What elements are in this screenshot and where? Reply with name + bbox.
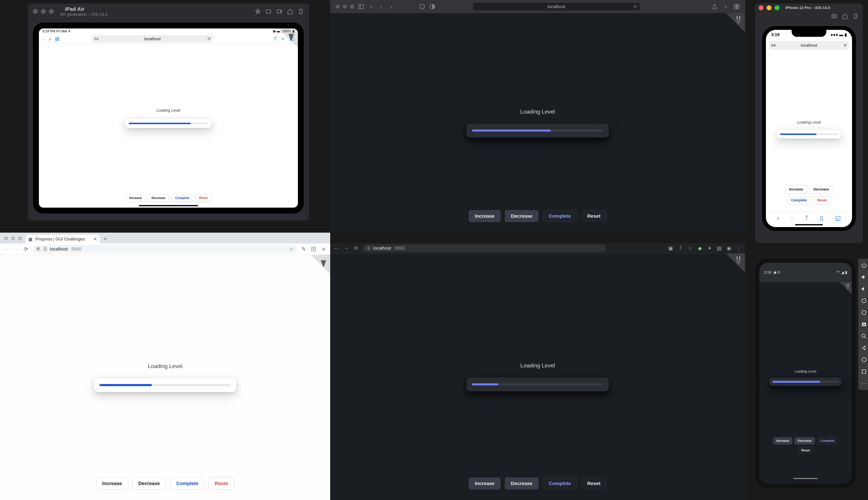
close-tab-icon[interactable]: ✕ bbox=[93, 237, 97, 241]
forward-button[interactable]: → bbox=[343, 245, 349, 251]
info-icon[interactable]: 🛈 bbox=[366, 246, 371, 251]
info-icon[interactable]: 🛈 bbox=[43, 246, 48, 252]
rotate-left-icon[interactable] bbox=[861, 298, 867, 304]
rotate-right-icon[interactable] bbox=[861, 309, 867, 316]
close-window-button[interactable] bbox=[758, 5, 764, 10]
camera-icon[interactable] bbox=[861, 321, 867, 327]
reset-button[interactable]: Reset bbox=[581, 210, 607, 222]
reset-button[interactable]: Reset bbox=[195, 194, 211, 202]
shield-icon[interactable] bbox=[419, 3, 425, 10]
record-icon[interactable] bbox=[276, 9, 282, 14]
cast-icon[interactable]: ▣ bbox=[668, 245, 674, 251]
refresh-button[interactable]: ⟳ bbox=[353, 245, 359, 251]
url-bar[interactable]: ⛨ 🛈 localhost:3000 ☆ bbox=[33, 245, 297, 253]
menu-icon[interactable]: ⋮ bbox=[736, 245, 742, 251]
volume-up-icon[interactable] bbox=[861, 274, 867, 280]
chevron-down-icon[interactable]: ▾ bbox=[368, 3, 374, 10]
tabs-icon[interactable]: ◱ bbox=[835, 215, 841, 221]
pin-icon[interactable] bbox=[255, 9, 261, 14]
increase-button[interactable]: Increase bbox=[96, 477, 128, 490]
home-icon[interactable] bbox=[861, 356, 867, 363]
increase-button[interactable]: Increase bbox=[126, 194, 146, 202]
minimize-window-button[interactable] bbox=[767, 5, 772, 10]
refresh-button[interactable]: ⟳ bbox=[23, 246, 29, 252]
maximize-window-button[interactable] bbox=[18, 237, 22, 240]
back-icon[interactable] bbox=[861, 345, 867, 351]
new-tab-icon[interactable]: + bbox=[722, 3, 729, 10]
close-window-button[interactable] bbox=[33, 9, 38, 14]
maximize-window-button[interactable] bbox=[350, 4, 354, 9]
decrease-button[interactable]: Decrease bbox=[505, 477, 539, 490]
devtools-flag[interactable]: 🔌 bbox=[726, 13, 745, 32]
reset-button[interactable]: Reset bbox=[798, 447, 813, 454]
url-bar[interactable]: localhost ⟳ bbox=[473, 3, 640, 10]
complete-button[interactable]: Complete bbox=[817, 437, 838, 445]
complete-button[interactable]: Complete bbox=[787, 196, 811, 205]
shield-icon[interactable]: ⛨ bbox=[36, 246, 41, 252]
extensions-icon[interactable]: ✦ bbox=[707, 245, 712, 251]
power-icon[interactable] bbox=[861, 262, 867, 269]
reset-button[interactable]: Reset bbox=[209, 477, 234, 490]
complete-button[interactable]: Complete bbox=[543, 210, 577, 222]
nav-pill[interactable] bbox=[793, 478, 818, 479]
back-button[interactable]: ‹ bbox=[777, 215, 779, 221]
reading-list-icon[interactable]: ▤ bbox=[716, 245, 722, 251]
increase-button[interactable]: Increase bbox=[469, 210, 501, 222]
close-window-button[interactable] bbox=[335, 4, 340, 9]
vite-icon[interactable]: ◆ bbox=[697, 245, 703, 251]
new-tab-button[interactable]: + bbox=[102, 236, 109, 242]
minimize-window-button[interactable] bbox=[41, 9, 46, 14]
maximize-window-button[interactable] bbox=[49, 9, 54, 14]
refresh-icon[interactable]: ⟳ bbox=[633, 4, 637, 9]
decrease-button[interactable]: Decrease bbox=[132, 477, 166, 490]
complete-button[interactable]: Complete bbox=[172, 194, 193, 202]
share-icon[interactable] bbox=[711, 3, 718, 10]
extension-icon[interactable]: ✎ bbox=[301, 246, 307, 252]
overview-icon[interactable] bbox=[861, 368, 867, 375]
home-icon[interactable] bbox=[842, 13, 848, 19]
devtools-flag[interactable]: 🔌 bbox=[726, 253, 745, 273]
sidebar-icon[interactable] bbox=[358, 3, 364, 10]
more-icon[interactable]: ⋯ bbox=[861, 380, 867, 386]
devtools-flag[interactable]: 🔌 bbox=[311, 255, 330, 274]
decrease-button[interactable]: Decrease bbox=[505, 210, 539, 222]
appearance-icon[interactable] bbox=[429, 3, 435, 10]
tabs-icon[interactable] bbox=[734, 3, 740, 10]
share-icon[interactable]: ⤴ bbox=[805, 215, 808, 221]
forward-button[interactable]: › bbox=[791, 215, 793, 221]
decrease-button[interactable]: Decrease bbox=[148, 194, 169, 202]
forward-button[interactable]: → bbox=[13, 246, 19, 252]
decrease-button[interactable]: Decrease bbox=[810, 185, 833, 194]
back-button[interactable]: ‹ bbox=[378, 3, 384, 10]
key-icon[interactable]: ⚿ bbox=[311, 246, 317, 252]
menu-icon[interactable]: ≡ bbox=[321, 246, 327, 252]
profile-icon[interactable]: ◉ bbox=[726, 245, 732, 251]
increase-button[interactable]: Increase bbox=[469, 477, 501, 490]
star-icon[interactable]: ☆ bbox=[687, 245, 693, 251]
increase-button[interactable]: Increase bbox=[773, 437, 792, 445]
home-icon[interactable] bbox=[287, 9, 293, 14]
minimize-window-button[interactable] bbox=[343, 4, 347, 9]
devtools-flag[interactable]: 🔌 bbox=[279, 29, 298, 48]
increase-button[interactable]: Increase bbox=[785, 185, 807, 194]
text-size-icon[interactable]: AA bbox=[771, 43, 776, 47]
devtools-flag[interactable]: 🔌 bbox=[840, 282, 852, 294]
share-icon[interactable]: ⤴ bbox=[677, 245, 683, 251]
maximize-window-button[interactable] bbox=[775, 5, 779, 10]
complete-button[interactable]: Complete bbox=[170, 477, 205, 490]
complete-button[interactable]: Complete bbox=[543, 477, 577, 490]
forward-button[interactable]: › bbox=[388, 3, 395, 10]
browser-tab[interactable]: ▦ Progress | GUI Challenges ✕ bbox=[25, 235, 100, 243]
bookmarks-icon[interactable]: ▯ bbox=[820, 215, 823, 221]
url-bar[interactable]: 🛈 localhost:3000 bbox=[363, 245, 606, 252]
back-button[interactable]: ← bbox=[334, 245, 340, 251]
zoom-icon[interactable] bbox=[861, 333, 867, 339]
refresh-icon[interactable]: ⟳ bbox=[844, 43, 847, 47]
close-window-button[interactable] bbox=[4, 237, 8, 240]
rotate-icon[interactable] bbox=[298, 9, 304, 14]
reset-button[interactable]: Reset bbox=[813, 196, 831, 205]
reset-button[interactable]: Reset bbox=[581, 477, 607, 490]
minimize-window-button[interactable] bbox=[11, 237, 15, 240]
url-bar[interactable]: AA localhost ⟳ bbox=[769, 41, 849, 50]
volume-down-icon[interactable] bbox=[861, 286, 867, 292]
